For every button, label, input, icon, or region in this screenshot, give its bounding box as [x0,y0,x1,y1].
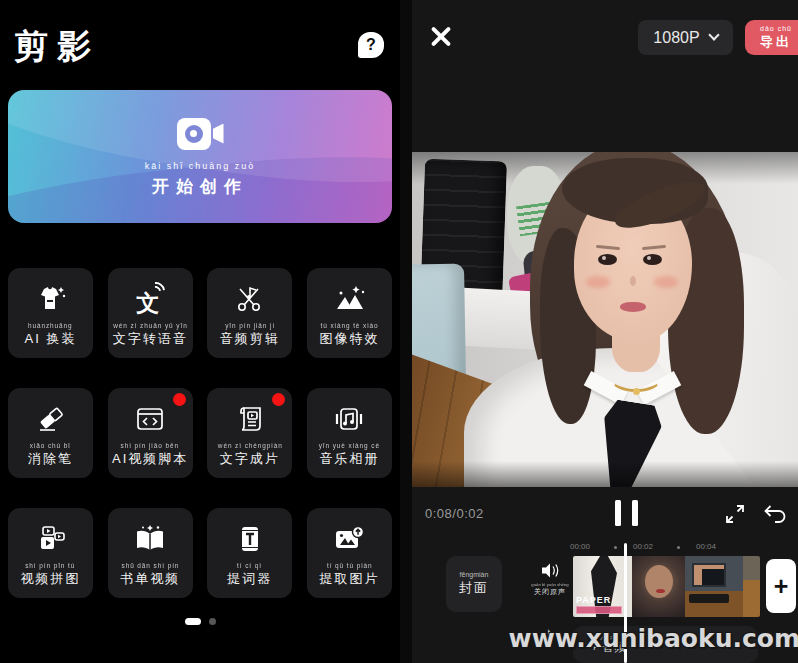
tile-label: 图像特效 [319,330,379,348]
time-display: 0:08/0:02 [425,506,484,521]
tile-audio-cut[interactable]: yīn pín jiǎn jí 音频剪辑 [207,268,292,358]
tile-text-to-speech[interactable]: 文 wén zì zhuǎn yǔ yīn 文字转语音 [108,268,193,358]
ruler-dot [614,546,617,549]
tile-pinyin: shū dān shì pín [121,562,179,568]
export-label: 导出 [760,33,792,51]
tile-pinyin: yīn pín jiǎn jí [225,322,275,328]
ruler-tick: 00:02 [633,542,653,551]
camera-icon [177,116,224,152]
tile-icon [234,279,266,319]
tile-label: 音频剪辑 [220,330,280,348]
add-clip-button[interactable]: + [766,559,796,613]
tile-icon [235,399,265,439]
page-dot-active [185,618,201,625]
tile-image-fx[interactable]: tú xiàng tè xiào 图像特效 [307,268,392,358]
tile-pinyin: shì pín pīn tú [25,562,75,568]
undo-icon[interactable] [761,503,787,527]
tile-extract-image[interactable]: tí qǔ tú piàn 提取图片 [307,508,392,598]
speaker-icon [540,562,560,579]
cover-pinyin: fēngmiàn [460,571,489,578]
help-button[interactable]: ? [358,32,384,58]
tile-label: 提取图片 [319,570,379,588]
tile-label: 书单视频 [120,570,180,588]
app-logo: 剪影 [14,26,100,66]
export-button[interactable]: dǎo chū 导出 [745,20,798,55]
tile-eraser[interactable]: xiāo chú bǐ 消除笔 [8,388,93,478]
clip-overlay-subtitle [576,606,622,614]
tile-pinyin: wén zì chéngpiàn [217,442,282,448]
resolution-dropdown[interactable]: 1080P [638,20,733,55]
tile-label: AI 换装 [25,330,77,348]
ruler-tick: 00:00 [570,542,590,551]
tile-icon [133,519,167,559]
start-creating-label: 开始创作 [152,175,248,198]
clip-overlay-text: PAPER [576,595,611,605]
tile-pinyin: huànzhuāng [28,322,73,328]
clip-thumbnail[interactable] [685,556,743,617]
start-creating-pinyin: kāi shǐ chuàng zuò [145,161,256,171]
tile-icon [236,519,264,559]
app-root: 剪影 ? kāi shǐ chuàng zuò 开始创作 huànzhuāng … [0,0,798,663]
resolution-label: 1080P [653,29,699,47]
cover-button[interactable]: fēngmiàn 封面 [446,556,502,612]
tile-pinyin: tí qǔ tú piàn [327,562,373,568]
tile-icon [34,279,68,319]
tile-pinyin: wén zì zhuǎn yǔ yīn [113,322,187,328]
tile-icon [332,399,366,439]
tile-music-album[interactable]: yīn yuè xiàng cè 音乐相册 [307,388,392,478]
close-button[interactable] [426,21,456,51]
preview-art [633,388,640,395]
question-mark-icon: ? [366,37,376,53]
tile-label: 文字转语音 [113,330,188,348]
mute-pinyin: guān bì yuán shēng [531,581,568,586]
start-creating-button[interactable]: kāi shǐ chuàng zuò 开始创作 [8,90,392,223]
tile-ai-script[interactable]: shì pín jiǎo běn AI视频脚本 [108,388,193,478]
watermark-text: www.xunibaoku.com [509,624,798,653]
video-preview[interactable] [412,152,798,487]
tile-label: 提词器 [227,570,272,588]
editor-panel: 1080P dǎo chū 导出 [400,0,798,663]
timeline-ruler: 00:00 00:02 00:04 [400,542,798,554]
pause-button[interactable] [615,500,638,526]
tile-pinyin: tí cí qì [237,562,262,568]
tile-label: 音乐相册 [319,450,379,468]
tile-label: 消除笔 [28,450,73,468]
clip-thumbnail[interactable] [632,556,685,617]
page-indicator[interactable] [0,618,400,625]
fullscreen-icon[interactable] [724,503,746,529]
tile-icon: 文 [133,279,167,319]
tile-video-collage[interactable]: shì pín pīn tú 视频拼图 [8,508,93,598]
notification-dot [272,393,285,406]
mute-original-sound-button[interactable]: guān bì yuán shēng 关闭原声 [528,562,572,597]
tile-icon [332,279,366,319]
cover-label: 封面 [459,579,489,597]
tile-booklist-video[interactable]: shū dān shì pín 书单视频 [108,508,193,598]
feature-grid: huànzhuāng AI 换装 文 wén zì zhuǎn yǔ yīn 文… [8,268,392,598]
mute-label: 关闭原声 [534,587,566,597]
tile-pinyin: shì pín jiǎo běn [121,442,179,448]
tile-label: AI视频脚本 [112,450,188,468]
tile-teleprompter[interactable]: tí cí qì 提词器 [207,508,292,598]
export-pinyin: dǎo chū [760,25,792,32]
preview-art [412,461,798,487]
tile-pinyin: xiāo chú bǐ [30,442,71,448]
clip-thumbnail[interactable] [743,556,760,617]
chevron-down-icon [708,29,719,40]
tile-icon [332,519,366,559]
notification-dot [173,393,186,406]
panel-divider [400,0,412,663]
ruler-dot [677,546,680,549]
home-header: 剪影 ? [0,0,400,66]
tile-icon [35,399,67,439]
tile-text-to-video[interactable]: wén zì chéngpiàn 文字成片 [207,388,292,478]
page-dot [209,618,216,625]
home-panel: 剪影 ? kāi shǐ chuàng zuò 开始创作 huànzhuāng … [0,0,400,663]
tile-pinyin: yīn yuè xiàng cè [319,442,380,448]
video-track[interactable]: PAPER [573,556,760,617]
tile-icon [134,399,166,439]
tile-icon [35,519,67,559]
tile-label: 文字成片 [220,450,280,468]
tile-ai-outfit[interactable]: huànzhuāng AI 换装 [8,268,93,358]
tile-label: 视频拼图 [21,570,81,588]
tile-pinyin: tú xiàng tè xiào [320,322,378,328]
